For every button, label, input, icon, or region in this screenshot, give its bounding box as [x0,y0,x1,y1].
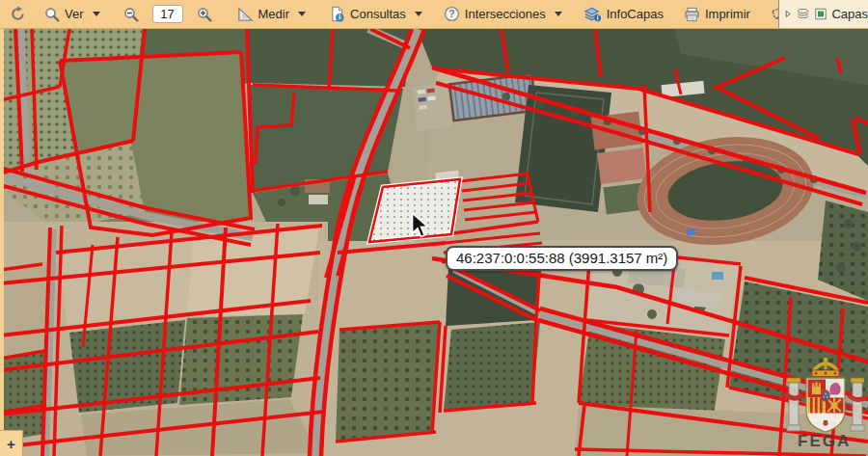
consultas-menu-label: Consultas [350,7,406,21]
printer-icon [684,7,700,22]
parcel-info-tooltip: 46:237:0:0:55:88 (3991.3157 m²) [446,246,678,271]
triangle-right-icon[interactable] [785,9,791,19]
circular-arrow-icon [10,6,26,22]
medir-menu-label: Medir [258,7,290,21]
chevron-down-icon [415,12,422,16]
magnifier-plus-icon [197,7,212,22]
imprimir-button-label: Imprimir [705,7,750,21]
fega-logo-label: FEGA [798,432,851,451]
ver-menu[interactable]: Ver [42,6,102,23]
sigpac-viewer-window: Ver Medir [0,0,868,456]
help-circle-icon: ? [444,6,460,22]
green-checkbox-icon[interactable] [815,7,827,21]
aerial-map [0,29,868,456]
chevron-down-icon [298,12,306,16]
layers-panel-label: Capas [831,7,868,21]
expand-left-panel-button[interactable]: + [0,430,23,456]
toolbar: Ver Medir [0,0,868,29]
layers-panel-header: Capas [778,0,868,28]
magnifier-minus-icon [123,7,139,22]
zoom-in-button[interactable] [195,6,214,23]
infocapas-button[interactable]: InfoCapas [582,6,665,23]
svg-text:?: ? [448,9,454,19]
medir-menu[interactable]: Medir [235,5,309,23]
mouse-cursor-icon [411,212,430,239]
magnifier-icon [44,7,60,22]
ver-menu-label: Ver [65,7,84,21]
layers-info-icon [583,7,602,22]
chevron-down-icon [555,12,562,16]
consultas-menu[interactable]: Consultas [327,5,424,23]
left-panel-strip [0,29,4,456]
zoom-out-button[interactable] [122,6,141,23]
intersecciones-menu[interactable]: ? Intersecciones [442,5,564,23]
fega-coat-of-arms-icon [783,357,868,442]
chevron-down-icon [93,12,100,16]
map-viewport[interactable]: + 46:237:0:0:55:88 (3991.3157 m²) [0,29,868,456]
set-square-icon [237,6,254,22]
zoom-level-input[interactable] [152,5,183,23]
imprimir-button[interactable]: Imprimir [682,6,752,23]
intersecciones-menu-label: Intersecciones [465,7,546,21]
infocapas-button-label: InfoCapas [607,7,664,21]
layer-stack-icon [796,7,810,21]
refresh-button[interactable] [8,5,28,23]
document-icon [329,6,345,22]
